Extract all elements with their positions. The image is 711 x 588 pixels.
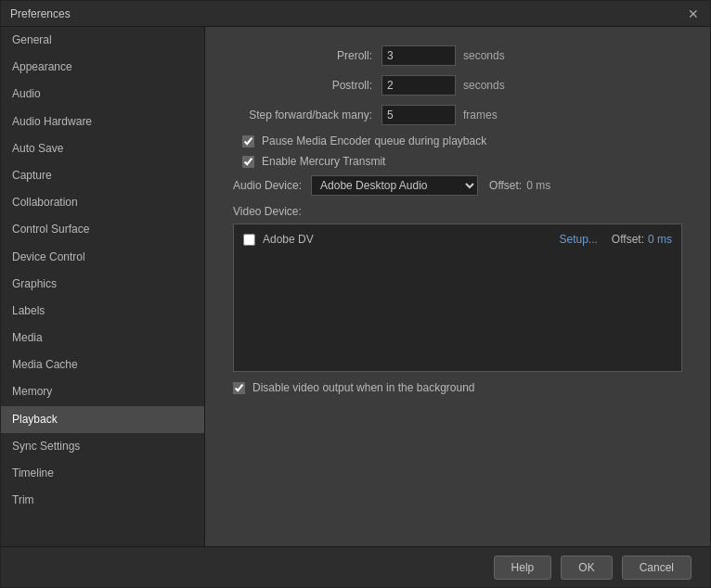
video-device-table: Adobe DV Setup... Offset: 0 ms bbox=[233, 224, 682, 372]
preferences-window: Preferences ✕ GeneralAppearanceAudioAudi… bbox=[0, 0, 711, 588]
preroll-input[interactable] bbox=[381, 45, 456, 66]
video-device-checkbox[interactable] bbox=[243, 234, 255, 246]
preroll-row: Preroll: seconds bbox=[233, 45, 682, 66]
window-title: Preferences bbox=[10, 7, 71, 20]
cancel-button[interactable]: Cancel bbox=[622, 556, 692, 580]
pause-encoder-checkbox[interactable] bbox=[242, 135, 254, 147]
pause-encoder-label: Pause Media Encoder queue during playbac… bbox=[262, 134, 486, 147]
sidebar-item-audio[interactable]: Audio bbox=[1, 81, 204, 108]
audio-offset-label: Offset: bbox=[489, 179, 522, 192]
step-input[interactable] bbox=[381, 105, 456, 125]
titlebar: Preferences ✕ bbox=[1, 1, 710, 27]
audio-device-label: Audio Device: bbox=[233, 179, 302, 192]
video-offset-value: 0 ms bbox=[648, 233, 672, 246]
video-device-section: Video Device: Adobe DV Setup... Offset: … bbox=[233, 205, 682, 372]
step-row: Step forward/back many: frames bbox=[233, 105, 682, 125]
sidebar-item-playback[interactable]: Playback bbox=[1, 406, 204, 433]
sidebar-item-labels[interactable]: Labels bbox=[1, 298, 204, 325]
main-panel: Preroll: seconds Postroll: seconds Step … bbox=[205, 27, 710, 546]
sidebar-item-appearance[interactable]: Appearance bbox=[1, 54, 204, 81]
postroll-row: Postroll: seconds bbox=[233, 75, 682, 96]
sidebar-item-auto-save[interactable]: Auto Save bbox=[1, 135, 204, 162]
setup-link[interactable]: Setup... bbox=[559, 233, 597, 246]
sidebar-item-media[interactable]: Media bbox=[1, 325, 204, 352]
disable-video-checkbox[interactable] bbox=[233, 382, 245, 394]
audio-device-row: Audio Device: Adobe Desktop Audio Offset… bbox=[233, 175, 682, 196]
step-unit: frames bbox=[463, 109, 498, 121]
sidebar-item-trim[interactable]: Trim bbox=[1, 487, 204, 514]
sidebar-item-audio-hardware[interactable]: Audio Hardware bbox=[1, 109, 204, 135]
sidebar-item-graphics[interactable]: Graphics bbox=[1, 271, 204, 298]
video-device-name: Adobe DV bbox=[263, 233, 559, 246]
sidebar-item-capture[interactable]: Capture bbox=[1, 162, 204, 189]
video-device-item: Adobe DV Setup... Offset: 0 ms bbox=[239, 229, 677, 249]
enable-mercury-row: Enable Mercury Transmit bbox=[242, 155, 682, 168]
ok-button[interactable]: OK bbox=[561, 556, 612, 580]
sidebar: GeneralAppearanceAudioAudio HardwareAuto… bbox=[1, 27, 205, 546]
sidebar-item-sync-settings[interactable]: Sync Settings bbox=[1, 433, 204, 460]
sidebar-item-device-control[interactable]: Device Control bbox=[1, 244, 204, 271]
pause-encoder-row: Pause Media Encoder queue during playbac… bbox=[242, 134, 682, 147]
sidebar-item-memory[interactable]: Memory bbox=[1, 378, 204, 405]
sidebar-item-general[interactable]: General bbox=[1, 27, 204, 54]
postroll-label: Postroll: bbox=[233, 79, 381, 92]
close-button[interactable]: ✕ bbox=[686, 6, 701, 21]
preroll-unit: seconds bbox=[463, 49, 505, 62]
enable-mercury-checkbox[interactable] bbox=[242, 156, 254, 168]
help-button[interactable]: Help bbox=[494, 556, 552, 580]
preroll-label: Preroll: bbox=[233, 49, 381, 62]
sidebar-item-collaboration[interactable]: Collaboration bbox=[1, 189, 204, 216]
audio-offset-value: 0 ms bbox=[526, 179, 550, 192]
postroll-unit: seconds bbox=[463, 79, 505, 92]
footer: Help OK Cancel bbox=[1, 546, 710, 587]
video-offset-label: Offset: bbox=[612, 233, 644, 246]
sidebar-item-timeline[interactable]: Timeline bbox=[1, 460, 204, 487]
disable-video-label: Disable video output when in the backgro… bbox=[252, 381, 475, 394]
video-device-label: Video Device: bbox=[233, 205, 682, 218]
sidebar-item-control-surface[interactable]: Control Surface bbox=[1, 216, 204, 243]
enable-mercury-label: Enable Mercury Transmit bbox=[262, 155, 385, 168]
postroll-input[interactable] bbox=[381, 75, 456, 96]
sidebar-item-media-cache[interactable]: Media Cache bbox=[1, 352, 204, 378]
step-label: Step forward/back many: bbox=[233, 109, 381, 121]
audio-device-select[interactable]: Adobe Desktop Audio bbox=[311, 175, 478, 196]
disable-video-row: Disable video output when in the backgro… bbox=[233, 381, 682, 394]
content-area: GeneralAppearanceAudioAudio HardwareAuto… bbox=[1, 27, 710, 546]
